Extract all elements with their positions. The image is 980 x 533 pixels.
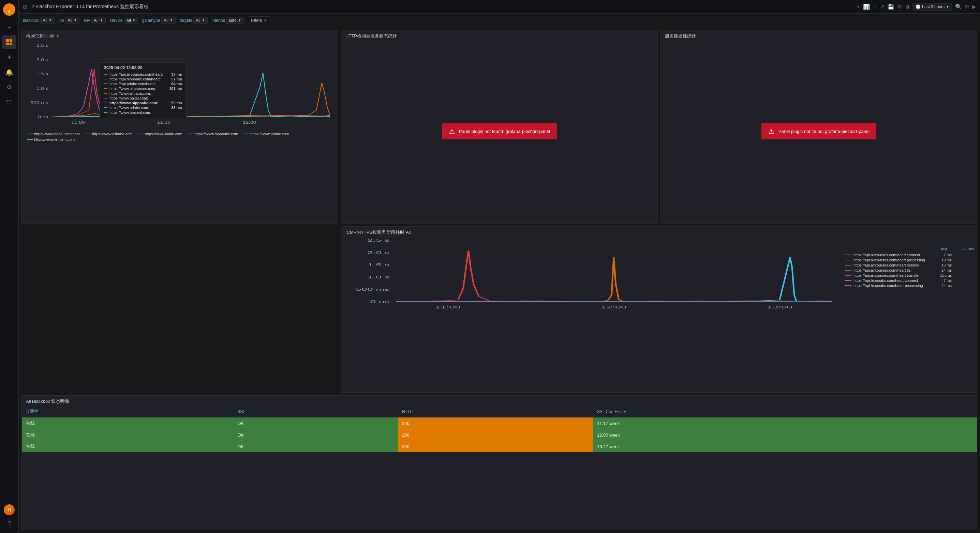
table-header-row: 连通性 SSL HTTP SSL Cert Expiry (22, 406, 977, 417)
env-filter-value: All (94, 18, 98, 23)
cell-http: 200 (398, 441, 593, 452)
blackbox-filter-label: blackbox (23, 18, 39, 23)
svg-text:2.5 s: 2.5 s (37, 44, 48, 48)
main-content: ⊞ 2 Blackbox Exporter 0.14 for Prometheu… (19, 0, 980, 533)
http-status-title: HTTP检测类服务状态统计 (345, 33, 397, 39)
gametype-filter-item: gametype All ▼ (142, 17, 176, 24)
service-filter-item: service All ▼ (110, 17, 138, 24)
env-filter-item: env All ▼ (84, 17, 106, 24)
bar-chart-icon[interactable]: 📊 (863, 3, 870, 10)
job-filter-select[interactable]: All ▼ (65, 17, 80, 24)
svg-text:0 ns: 0 ns (370, 300, 390, 304)
svg-text:1.5 s: 1.5 s (37, 72, 48, 76)
env-filter-select[interactable]: All ▼ (91, 17, 105, 24)
svg-text:13:00: 13:00 (767, 305, 792, 309)
main-chart-title: 检测总耗时 All (26, 33, 54, 39)
tooltip-row: https://api.aircourses.com/heart: 37 ms (104, 72, 182, 76)
topbar: ⊞ 2 Blackbox Exporter 0.14 for Prometheu… (19, 0, 980, 14)
service-filter-value: All (127, 18, 131, 23)
cell-http: 200 (398, 429, 593, 441)
http-status-error-msg: Panel plugin not found: grafana-piechart… (459, 129, 550, 134)
sidebar-item-dashboard[interactable] (2, 35, 16, 49)
tooltip-row: https://api.pdabc.com/heart: 64 ms (104, 82, 182, 86)
sidebar-item-explore[interactable]: ✦ (2, 51, 16, 64)
save-icon[interactable]: 💾 (887, 3, 894, 10)
sidebar-item-help[interactable]: ? (2, 517, 16, 530)
icmp-content: 2.5 s 2.0 s 1.5 s 1.0 s 500 ms 0 ns 11:0… (341, 237, 977, 314)
share-icon[interactable]: ↗ (880, 3, 885, 10)
app-logo[interactable]: 🔥 (2, 3, 16, 16)
chevron-down-icon: ▼ (238, 18, 242, 22)
gametype-filter-select[interactable]: All ▼ (161, 17, 175, 24)
svg-text:11:00: 11:00 (435, 305, 461, 309)
col-connectivity: 连通性 (22, 406, 233, 417)
env-filter-label: env (84, 18, 90, 23)
main-chart-legend: https://www.aircourses.com https://www.a… (25, 130, 335, 143)
dropdown-icon[interactable]: ▼ (56, 34, 60, 38)
grid-icon: ⊞ (23, 3, 27, 10)
icmp-chart-area: 2.5 s 2.0 s 1.5 s 1.0 s 500 ms 0 ns 11:0… (344, 237, 842, 312)
interval-filter-value: auto (229, 18, 236, 23)
time-range-picker[interactable]: 🕐 Last 3 hours ▼ (913, 3, 952, 11)
svg-text:500 ms: 500 ms (31, 101, 48, 105)
avg-col-header: avg (926, 246, 947, 251)
status-table: 连通性 SSL HTTP SSL Cert Expiry 在线 OK 200 1… (22, 406, 977, 452)
warning-icon: ⚠ (768, 127, 775, 135)
status-table-title: All Blackbox 状态明细 (26, 398, 69, 405)
chevron-down-icon: ▼ (170, 18, 173, 22)
monitor-icon[interactable]: 🖥 (904, 4, 910, 10)
svg-text:2.5 s: 2.5 s (367, 238, 390, 242)
http-status-content: ⚠ Panel plugin not found: grafana-piecha… (341, 41, 657, 223)
refresh-icon[interactable]: ↻ (965, 3, 969, 10)
expand-icon[interactable]: ▶ (972, 3, 976, 10)
filters-button[interactable]: Filters ＋ (248, 16, 271, 24)
job-filter-item: job All ▼ (59, 17, 80, 24)
sidebar-item-alerting[interactable]: 🔔 (2, 65, 16, 79)
chevron-down-icon: ▼ (946, 5, 949, 8)
cell-connectivity: 在线 (22, 441, 233, 452)
settings-icon[interactable]: ⚙ (897, 3, 902, 10)
targets-filter-select[interactable]: All ▼ (193, 17, 207, 24)
status-table-header: All Blackbox 状态明细 (22, 396, 977, 406)
svg-rect-5 (10, 43, 12, 45)
cell-ssl-expiry: 12.00 week (593, 429, 977, 441)
sidebar-item-shield[interactable]: 🛡 (2, 95, 16, 109)
topbar-chevron-icon[interactable]: ▼ (856, 5, 860, 9)
chart-tooltip: 2020-04-02 12:08:20 https://api.aircours… (100, 62, 186, 118)
svg-text:2.0 s: 2.0 s (37, 58, 48, 62)
connectivity-stat-content: ⚠ Panel plugin not found: grafana-piecha… (661, 41, 977, 223)
legend-item: https://api.aircourses.com/heart resolve… (845, 263, 974, 267)
service-filter-select[interactable]: All ▼ (124, 17, 138, 24)
table-row: 在线 OK 200 19.27 week (22, 441, 977, 452)
sidebar-item-settings[interactable]: ⚙ (2, 81, 16, 94)
cell-http: 200 (398, 417, 593, 429)
connectivity-stat-error-msg: Panel plugin not found: grafana-piechart… (778, 129, 870, 134)
time-range-label: Last 3 hours (922, 5, 945, 9)
icmp-chart-header: ICMP/HTTPS检测类 阶段耗时 All (341, 227, 977, 237)
main-chart-panel: 检测总耗时 All ▼ 2.5 s 2.0 s (21, 30, 338, 224)
tooltip-row: https://api.hippoabc.com/heart: 57 ms (104, 77, 182, 81)
connectivity-stat-error: ⚠ Panel plugin not found: grafana-piecha… (761, 123, 877, 140)
icmp-legend: avg current https://api.aircourses.com/h… (845, 237, 974, 312)
avatar[interactable]: H (4, 504, 15, 515)
connectivity-stat-header: 服务连通性统计 (661, 30, 977, 41)
svg-text:11:00: 11:00 (71, 121, 84, 124)
tooltip-row: https://www.tencent.com: (104, 110, 182, 114)
sidebar-item-add[interactable]: ＋ (2, 21, 16, 34)
legend-item: https://www.hippoabc.com (188, 132, 239, 136)
tooltip-row: https://www.aircourses.com: 101 ms (104, 87, 182, 90)
main-chart-area: 2.5 s 2.0 s 1.5 s 1.0 s 500 ms 0 ns 11:0… (25, 42, 335, 130)
icmp-legend-header: avg current (845, 246, 974, 251)
star-icon[interactable]: ☆ (873, 3, 877, 10)
blackbox-filter-select[interactable]: All ▼ (40, 17, 54, 24)
search-icon[interactable]: 🔍 (955, 3, 962, 10)
legend-item: https://www.tencent.com (27, 137, 75, 141)
legend-item: https://api.aircourses.com/heart connect… (845, 253, 974, 257)
connectivity-stat-panel: 服务连通性统计 ⚠ Panel plugin not found: grafan… (660, 30, 977, 224)
status-table-content: 连通性 SSL HTTP SSL Cert Expiry 在线 OK 200 1… (22, 406, 977, 530)
legend-item: https://api.hippoabc.com/heart connect 7… (845, 278, 974, 282)
chevron-down-icon: ▼ (100, 18, 103, 22)
topbar-actions: 📊 ☆ ↗ 💾 ⚙ 🖥 🕐 Last 3 hours ▼ 🔍 ↻ ▶ (863, 3, 976, 11)
interval-filter-select[interactable]: auto ▼ (226, 17, 243, 24)
svg-text:12:00: 12:00 (601, 305, 627, 309)
